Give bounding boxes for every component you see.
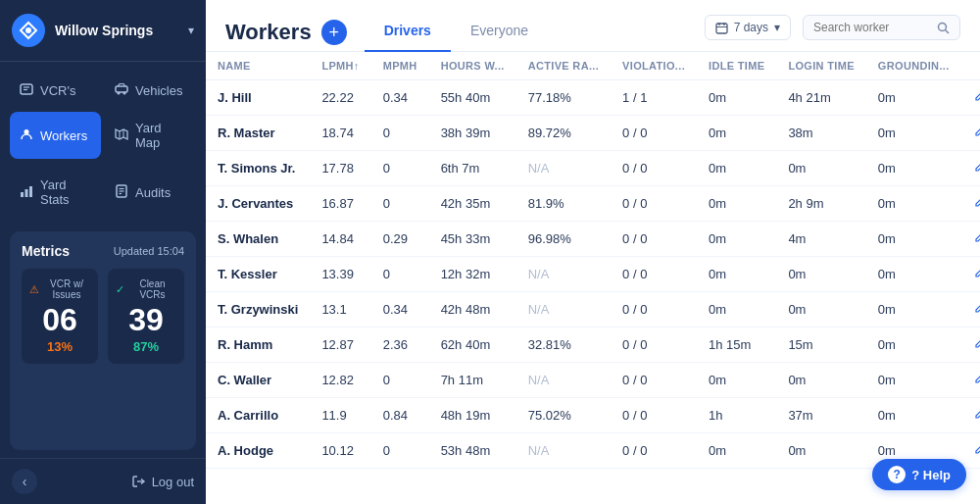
- sidebar-footer: ‹ Log out: [0, 458, 206, 504]
- cell-idle: 0m: [697, 151, 776, 186]
- cell-mpmh: 0.29: [371, 222, 429, 257]
- edit-row-button[interactable]: [961, 433, 980, 469]
- org-title: Willow Springs: [55, 23, 178, 38]
- sidebar-header[interactable]: Willow Springs ▾: [0, 0, 206, 62]
- metrics-panel: Metrics Updated 15:04 ⚠ VCR w/ Issues 06…: [10, 231, 196, 450]
- help-button[interactable]: ? ? Help: [872, 459, 966, 490]
- cell-grounding: 0m: [866, 363, 961, 398]
- cell-name: T. Kessler: [206, 257, 310, 292]
- tab-everyone[interactable]: Everyone: [451, 15, 548, 52]
- cell-active-ra: N/A: [516, 433, 611, 469]
- cell-hours: 55h 40m: [429, 80, 516, 116]
- help-label: ? Help: [911, 468, 951, 482]
- cell-mpmh: 0: [371, 186, 429, 222]
- page-title: Workers: [225, 20, 312, 45]
- cell-login: 4m: [776, 222, 865, 257]
- cell-login: 0m: [776, 363, 865, 398]
- vcrs-icon: [20, 82, 33, 99]
- main-header: Workers + Drivers Everyone 7 days ▾: [206, 0, 980, 52]
- edit-row-button[interactable]: [961, 363, 980, 398]
- cell-violations: 0 / 0: [611, 151, 697, 186]
- cell-hours: 6th 7m: [429, 151, 516, 186]
- cell-idle: 0m: [697, 222, 776, 257]
- edit-row-button[interactable]: [961, 257, 980, 292]
- workers-title-row: Workers +: [225, 20, 347, 45]
- sidebar-nav: VCR's Vehicles Workers Yard Map: [0, 62, 206, 165]
- cell-mpmh: 0: [371, 257, 429, 292]
- cell-login: 0m: [776, 257, 865, 292]
- edit-row-button[interactable]: [961, 328, 980, 363]
- cell-grounding: 0m: [866, 80, 961, 116]
- cell-lpmh: 12.87: [310, 328, 370, 363]
- cell-mpmh: 0: [371, 116, 429, 151]
- cell-violations: 0 / 0: [611, 222, 697, 257]
- main-content: Workers + Drivers Everyone 7 days ▾ NAME: [206, 0, 980, 504]
- cell-lpmh: 16.87: [310, 186, 370, 222]
- sidebar-item-yard-stats[interactable]: Yard Stats: [10, 169, 101, 216]
- cell-active-ra: N/A: [516, 292, 611, 328]
- col-grounding: GROUNDIN...: [866, 52, 961, 80]
- cell-violations: 0 / 0: [611, 363, 697, 398]
- sidebar-item-vehicles[interactable]: Vehicles: [105, 74, 196, 108]
- vcr-issues-pct: 13%: [29, 339, 90, 354]
- cell-lpmh: 14.84: [310, 222, 370, 257]
- date-filter-dropdown-icon: ▾: [774, 21, 780, 34]
- col-idle: IDLE TIME: [697, 52, 776, 80]
- cell-name: T. Simons Jr.: [206, 151, 310, 186]
- svg-line-24: [946, 29, 950, 33]
- edit-row-button[interactable]: [961, 80, 980, 116]
- cell-mpmh: 0: [371, 363, 429, 398]
- cell-name: J. Cervantes: [206, 186, 310, 222]
- cell-hours: 42h 35m: [429, 186, 516, 222]
- add-worker-button[interactable]: +: [321, 20, 347, 45]
- edit-row-button[interactable]: [961, 151, 980, 186]
- svg-rect-13: [29, 186, 32, 197]
- cell-violations: 0 / 0: [611, 292, 697, 328]
- sidebar-org-name: Willow Springs: [55, 23, 178, 38]
- table-row: J. Hill 22.22 0.34 55h 40m 77.18% 1 / 1 …: [206, 80, 980, 116]
- search-input[interactable]: [813, 21, 931, 34]
- yard-map-icon: [115, 127, 128, 144]
- edit-row-button[interactable]: [961, 398, 980, 433]
- table-row: C. Waller 12.82 0 7h 11m N/A 0 / 0 0m 0m…: [206, 363, 980, 398]
- sidebar-item-vcrs[interactable]: VCR's: [10, 74, 101, 108]
- cell-login: 37m: [776, 398, 865, 433]
- sidebar-item-audits[interactable]: Audits: [105, 169, 196, 216]
- cell-mpmh: 2.36: [371, 328, 429, 363]
- svg-rect-19: [716, 24, 727, 33]
- cell-idle: 1h: [697, 398, 776, 433]
- edit-row-button[interactable]: [961, 292, 980, 328]
- metrics-updated-label: Updated 15:04: [114, 245, 184, 257]
- dropdown-icon[interactable]: ▾: [188, 24, 194, 37]
- col-active-ra: ACTIVE RA...: [516, 52, 611, 80]
- cell-name: R. Master: [206, 116, 310, 151]
- collapse-sidebar-button[interactable]: ‹: [12, 469, 37, 494]
- cell-lpmh: 17.78: [310, 151, 370, 186]
- edit-row-button[interactable]: [961, 116, 980, 151]
- logout-button[interactable]: Log out: [132, 475, 194, 489]
- cell-name: J. Hill: [206, 80, 310, 116]
- sidebar-item-workers[interactable]: Workers: [10, 112, 101, 159]
- clean-vcrs-pct: 87%: [116, 339, 176, 354]
- date-filter-button[interactable]: 7 days ▾: [705, 15, 791, 40]
- edit-row-button[interactable]: [961, 222, 980, 257]
- tab-drivers[interactable]: Drivers: [365, 15, 451, 52]
- cell-lpmh: 10.12: [310, 433, 370, 469]
- cell-hours: 62h 40m: [429, 328, 516, 363]
- cell-hours: 53h 48m: [429, 433, 516, 469]
- table-row: S. Whalen 14.84 0.29 45h 33m 96.98% 0 / …: [206, 222, 980, 257]
- table-header-row: NAME LPMH↑ MPMH HOURS W... ACTIVE RA... …: [206, 52, 980, 80]
- table-body: J. Hill 22.22 0.34 55h 40m 77.18% 1 / 1 …: [206, 80, 980, 469]
- cell-mpmh: 0: [371, 433, 429, 469]
- cell-login: 15m: [776, 328, 865, 363]
- cell-idle: 1h 15m: [697, 328, 776, 363]
- edit-row-button[interactable]: [961, 186, 980, 222]
- metrics-title: Metrics: [22, 243, 70, 259]
- svg-rect-4: [116, 86, 127, 92]
- cell-hours: 42h 48m: [429, 292, 516, 328]
- cell-login: 0m: [776, 292, 865, 328]
- sidebar-item-yard-map[interactable]: Yard Map: [105, 112, 196, 159]
- sidebar-bottom-nav: Yard Stats Audits: [0, 165, 206, 224]
- sidebar: Willow Springs ▾ VCR's Vehicles Workers: [0, 0, 206, 504]
- cell-idle: 0m: [697, 433, 776, 469]
